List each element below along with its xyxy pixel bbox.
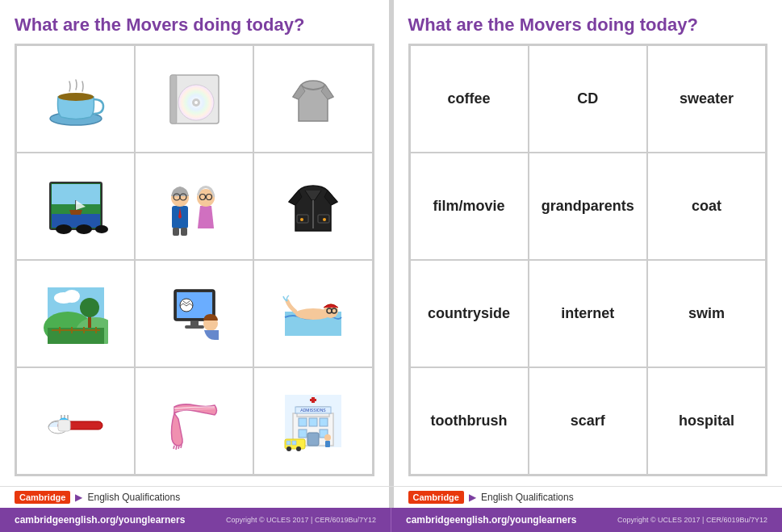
- svg-line-66: [181, 445, 182, 448]
- svg-text:ADMISSIONS: ADMISSIONS: [300, 408, 326, 413]
- footer-copyright-right: Copyright © UCLES 2017 | CER/6019Bu/7Y12: [617, 516, 767, 524]
- footer-url-left: cambridgeenglish.org/younglearners: [15, 514, 185, 526]
- image-cell-toothbrush: [16, 367, 135, 475]
- svg-rect-74: [320, 418, 328, 426]
- svg-rect-73: [309, 418, 317, 426]
- image-cell-swim: [253, 260, 372, 367]
- svg-rect-83: [286, 441, 291, 445]
- svg-rect-59: [58, 420, 70, 431]
- word-cell-film: film/movie: [410, 153, 529, 260]
- word-grid: coffee CD sweater film/movie grandparent…: [408, 44, 768, 476]
- svg-rect-77: [307, 433, 319, 446]
- cambridge-badge-right: Cambridge: [408, 491, 464, 504]
- left-panel-title: What are the Movers doing today?: [15, 15, 374, 36]
- word-internet: internet: [561, 305, 614, 323]
- word-cell-toothbrush: toothbrush: [410, 367, 529, 475]
- svg-point-1: [58, 93, 94, 101]
- svg-line-63: [174, 446, 174, 449]
- cambridge-label-right: English Qualifications: [481, 492, 574, 503]
- svg-point-43: [80, 298, 99, 317]
- word-scarf: scarf: [571, 413, 605, 430]
- footer-left: cambridgeenglish.org/younglearners Copyr…: [0, 508, 391, 532]
- svg-rect-23: [181, 228, 187, 236]
- svg-line-65: [178, 446, 179, 449]
- image-cell-cd: [135, 45, 253, 153]
- svg-line-64: [176, 446, 177, 450]
- word-cell-scarf: scarf: [529, 367, 647, 475]
- word-cell-grandparents: grandparents: [529, 153, 647, 260]
- word-coffee: coffee: [448, 90, 491, 108]
- left-cambridge-strip: Cambridge ▶ English Qualifications: [0, 487, 389, 508]
- cambridge-strip-container: Cambridge ▶ English Qualifications Cambr…: [0, 486, 782, 508]
- svg-point-31: [300, 218, 303, 221]
- svg-rect-86: [325, 441, 330, 447]
- right-panel-title: What are the Movers doing today?: [408, 15, 768, 36]
- word-cell-sweater: sweater: [647, 45, 766, 153]
- svg-rect-7: [170, 75, 177, 124]
- coffee-icon: [44, 69, 108, 129]
- svg-rect-72: [299, 418, 307, 426]
- word-cell-hospital: hospital: [647, 367, 766, 475]
- svg-point-32: [323, 218, 326, 221]
- countryside-icon: [44, 283, 108, 344]
- image-cell-sweater: [253, 45, 372, 153]
- word-swim: swim: [688, 305, 725, 323]
- image-cell-scarf: [135, 367, 253, 475]
- image-cell-coffee: [16, 45, 135, 153]
- footer-copyright-left: Copyright © UCLES 2017 | CER/6019Bu/7Y12: [226, 516, 376, 524]
- film-icon: [44, 176, 108, 237]
- svg-rect-49: [190, 320, 199, 325]
- svg-point-6: [194, 101, 198, 104]
- svg-point-48: [180, 299, 193, 312]
- cambridge-arrow-right: ▶: [469, 492, 476, 503]
- word-cell-countryside: countryside: [410, 260, 529, 367]
- swim-icon: [281, 283, 345, 344]
- svg-rect-50: [185, 325, 204, 329]
- cambridge-badge-left: Cambridge: [15, 491, 70, 504]
- footer-right: cambridgeenglish.org/younglearners Copyr…: [391, 508, 782, 532]
- word-hospital: hospital: [679, 413, 734, 430]
- word-cell-internet: internet: [529, 260, 647, 367]
- svg-rect-75: [299, 429, 307, 438]
- svg-rect-79: [312, 397, 315, 403]
- bottom-footer: cambridgeenglish.org/younglearners Copyr…: [0, 508, 782, 532]
- word-coat: coat: [692, 198, 721, 216]
- scarf-icon: [162, 391, 227, 451]
- word-countryside: countryside: [428, 305, 510, 323]
- grandparents-icon: [162, 175, 227, 238]
- word-cell-coat: coat: [647, 153, 766, 260]
- svg-rect-22: [173, 228, 179, 236]
- svg-point-14: [95, 225, 108, 233]
- word-cell-cd: CD: [529, 45, 647, 153]
- cd-icon: [162, 69, 227, 129]
- toothbrush-icon: [44, 391, 108, 451]
- right-panel: What are the Movers doing today? coffee …: [394, 0, 783, 486]
- image-cell-hospital: ADMISSIONS: [253, 367, 372, 475]
- svg-point-45: [64, 290, 80, 303]
- image-cell-grandparents: [135, 153, 253, 260]
- word-film: film/movie: [433, 198, 505, 216]
- svg-rect-84: [292, 441, 296, 445]
- image-cell-film: [16, 153, 135, 260]
- internet-icon: [162, 283, 227, 344]
- image-cell-countryside: [16, 260, 135, 367]
- word-sweater: sweater: [680, 90, 734, 108]
- image-cell-coat: [253, 153, 372, 260]
- word-cd: CD: [577, 90, 598, 108]
- right-cambridge-strip: Cambridge ▶ English Qualifications: [389, 487, 783, 508]
- svg-point-81: [286, 446, 291, 451]
- word-cell-coffee: coffee: [410, 45, 529, 153]
- word-toothbrush: toothbrush: [431, 413, 508, 430]
- word-grandparents: grandparents: [542, 198, 634, 216]
- svg-point-85: [324, 434, 331, 441]
- hospital-icon: ADMISSIONS: [281, 391, 345, 451]
- coat-icon: [281, 176, 345, 237]
- left-panel: What are the Movers doing today?: [0, 0, 389, 486]
- cambridge-arrow-left: ▶: [75, 492, 82, 503]
- svg-point-82: [296, 446, 301, 451]
- svg-point-13: [76, 224, 92, 234]
- cambridge-label-left: English Qualifications: [87, 492, 180, 503]
- image-grid: ADMISSIONS: [15, 44, 374, 476]
- image-cell-internet: [135, 260, 253, 367]
- footer-url-right: cambridgeenglish.org/younglearners: [406, 514, 576, 526]
